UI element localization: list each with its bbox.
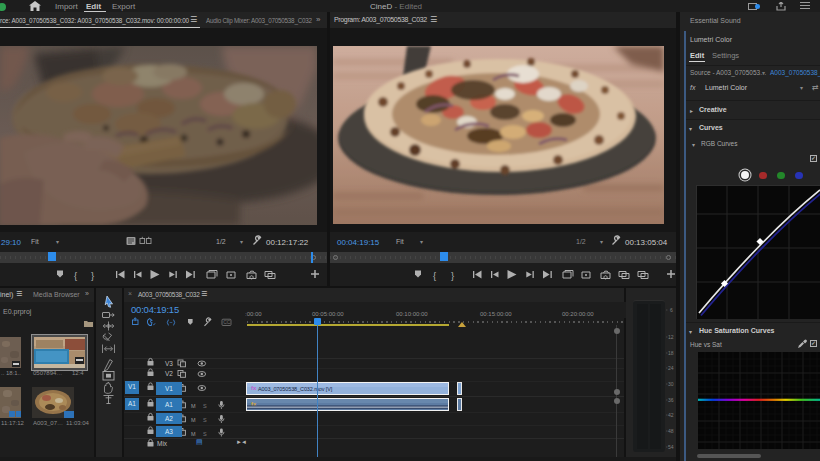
svg-text:42: 42 bbox=[668, 412, 674, 418]
svg-text:}: } bbox=[91, 270, 94, 281]
svg-text:36: 36 bbox=[668, 397, 674, 403]
svg-text:12: 12 bbox=[668, 334, 674, 340]
svg-text:48: 48 bbox=[668, 428, 674, 434]
svg-text:24: 24 bbox=[668, 365, 674, 371]
svg-text:S: S bbox=[203, 417, 207, 423]
svg-text:M: M bbox=[191, 403, 196, 409]
svg-text:54: 54 bbox=[668, 444, 674, 450]
svg-text:CC: CC bbox=[223, 319, 231, 325]
svg-text:M: M bbox=[191, 431, 196, 437]
svg-text:18: 18 bbox=[668, 350, 674, 356]
svg-text:}: } bbox=[451, 270, 454, 281]
svg-text:S: S bbox=[203, 403, 207, 409]
svg-text:M: M bbox=[191, 417, 196, 423]
svg-text:S: S bbox=[203, 431, 207, 437]
svg-text:{: { bbox=[433, 270, 436, 281]
svg-text:30: 30 bbox=[668, 381, 674, 387]
svg-text:{: { bbox=[74, 270, 77, 281]
svg-text:6: 6 bbox=[670, 307, 673, 313]
